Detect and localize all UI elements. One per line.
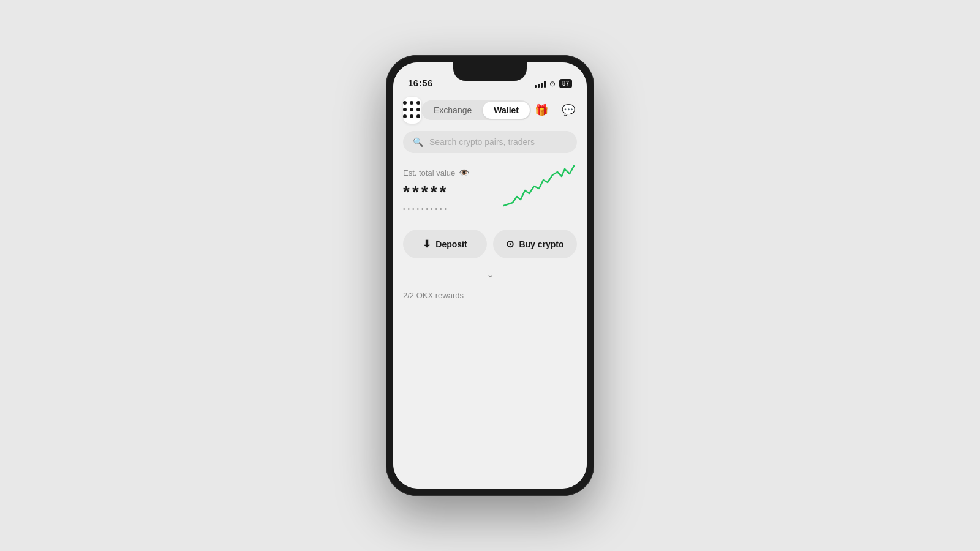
deposit-icon: ⬇: [423, 238, 431, 250]
bottom-section: 2/2 OKX rewards: [393, 285, 587, 301]
search-container: 🔍 Search crypto pairs, traders: [393, 131, 587, 163]
gift-icon[interactable]: 🎁: [531, 100, 552, 121]
search-icon: 🔍: [413, 137, 423, 147]
status-icons: ⊙ 87: [535, 79, 572, 88]
expand-chevron-area: ⌄: [393, 258, 587, 285]
action-buttons: ⬇ Deposit ⊙ Buy crypto: [393, 220, 587, 258]
tab-group: Exchange Wallet: [421, 100, 531, 120]
buy-crypto-icon: ⊙: [506, 238, 514, 250]
status-time: 16:56: [408, 78, 433, 88]
wifi-icon: ⊙: [549, 80, 556, 88]
phone-frame: 16:56 ⊙ 87: [386, 55, 594, 496]
hide-value-icon[interactable]: 👁️: [459, 168, 469, 178]
est-total-value-label: Est. total value: [403, 168, 455, 178]
tab-exchange[interactable]: Exchange: [423, 102, 483, 119]
page-background: 16:56 ⊙ 87: [0, 0, 980, 551]
battery-badge: 87: [559, 79, 572, 88]
phone-screen: 16:56 ⊙ 87: [393, 62, 587, 489]
chart-svg: [503, 163, 577, 212]
notch: [453, 62, 527, 81]
app-content: Exchange Wallet 🎁 💬 🔍 S: [393, 92, 587, 489]
tab-wallet[interactable]: Wallet: [483, 102, 530, 119]
message-icon[interactable]: 💬: [558, 100, 579, 121]
chevron-down-icon[interactable]: ⌄: [486, 268, 494, 280]
app-header: Exchange Wallet 🎁 💬: [393, 92, 587, 131]
deposit-label: Deposit: [435, 239, 467, 249]
grid-icon: [403, 101, 421, 119]
grid-menu-button[interactable]: [403, 97, 421, 124]
value-section: Est. total value 👁️ ***** ••••••••••: [393, 163, 587, 220]
search-placeholder-text: Search crypto pairs, traders: [429, 137, 535, 147]
buy-crypto-button[interactable]: ⊙ Buy crypto: [493, 230, 577, 258]
portfolio-chart: [503, 163, 577, 212]
okx-rewards-text: 2/2 OKX rewards: [403, 291, 464, 300]
buy-crypto-label: Buy crypto: [519, 239, 564, 249]
deposit-button[interactable]: ⬇ Deposit: [403, 230, 487, 258]
search-bar[interactable]: 🔍 Search crypto pairs, traders: [403, 131, 577, 153]
header-actions: 🎁 💬: [531, 100, 579, 121]
signal-icon: [535, 80, 546, 88]
